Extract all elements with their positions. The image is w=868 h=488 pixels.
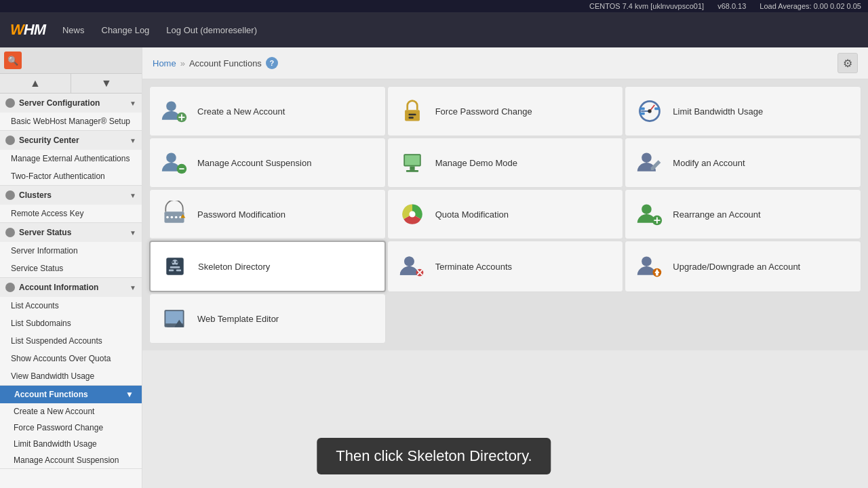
clusters-label: Clusters xyxy=(19,190,52,200)
server-config-icon xyxy=(5,98,15,108)
sidebar-item-list-suspended[interactable]: List Suspended Accounts xyxy=(0,332,142,350)
upgrade-icon xyxy=(635,251,665,281)
whm-logo: WHM xyxy=(10,21,45,39)
sidebar-item-server-info[interactable]: Server Information xyxy=(0,242,142,260)
tile-web-template-editor[interactable]: Web Template Editor xyxy=(149,293,386,344)
clusters-header[interactable]: Clusters ▼ xyxy=(0,186,142,205)
sidebar-item-list-accounts[interactable]: List Accounts xyxy=(0,297,142,314)
sidebar-sub-limit-bw[interactable]: Limit Bandwidth Usage xyxy=(0,436,142,452)
server-status-header[interactable]: Server Status ▼ xyxy=(0,223,142,242)
svg-point-24 xyxy=(175,216,178,219)
sidebar-item-two-factor[interactable]: Two-Factor Authentication xyxy=(0,167,142,185)
sidebar-item-bandwidth[interactable]: View Bandwidth Usage xyxy=(0,367,142,385)
nav-logout[interactable]: Log Out (demoreseller) xyxy=(166,25,257,35)
nav-news[interactable]: News xyxy=(62,25,85,35)
account-info-icon xyxy=(5,283,15,292)
sidebar-item-remote-access[interactable]: Remote Access Key xyxy=(0,205,142,222)
svg-point-19 xyxy=(642,152,652,163)
server-status-label: Server Status xyxy=(19,228,71,237)
account-info-header[interactable]: Account Information ▼ xyxy=(0,278,142,297)
svg-point-29 xyxy=(642,204,652,214)
main-layout: 🔍 ▲ ▼ Server Configuration ▼ Basic WebHo… xyxy=(0,47,868,488)
tile-manage-demo[interactable]: Manage Demo Mode xyxy=(387,138,624,188)
sidebar-item-basic-setup[interactable]: Basic WebHost Manager® Setup xyxy=(0,113,142,130)
tile-modify-account[interactable]: Modify an Account xyxy=(625,138,861,188)
svg-rect-11 xyxy=(655,108,660,110)
svg-rect-10 xyxy=(640,113,645,115)
svg-point-28 xyxy=(409,211,415,217)
tile-quota-modification[interactable]: Quota Modification xyxy=(387,189,624,239)
bandwidth-label: Limit Bandwidth Usage xyxy=(673,106,763,117)
sidebar-section-server-status: Server Status ▼ Server Information Servi… xyxy=(0,223,142,278)
tile-skeleton-directory[interactable]: Skeleton Directory xyxy=(149,241,386,292)
svg-point-12 xyxy=(166,152,176,163)
svg-rect-4 xyxy=(405,110,420,121)
svg-point-22 xyxy=(166,216,169,219)
scroll-up-button[interactable]: ▲ xyxy=(0,74,71,93)
nav-changelog[interactable]: Change Log xyxy=(102,25,150,35)
force-pw-icon xyxy=(397,96,427,126)
force-pw-label: Force Password Change xyxy=(435,106,532,117)
svg-point-46 xyxy=(642,256,652,266)
sidebar-item-over-quota[interactable]: Show Accounts Over Quota xyxy=(0,350,142,367)
demo-label: Manage Demo Mode xyxy=(435,158,517,168)
content-area: Home » Account Functions ? ⚙ Cre xyxy=(142,47,868,488)
tile-terminate-accounts[interactable]: Terminate Accounts xyxy=(387,241,624,292)
sidebar-sub-force-pw[interactable]: Force Password Change xyxy=(0,420,142,436)
svg-point-39 xyxy=(176,261,178,263)
security-center-label: Security Center xyxy=(19,136,79,145)
functions-grid: Create a New Account Force Password Chan… xyxy=(142,79,868,350)
top-bar: CENTOS 7.4 kvm [uklnvuvpsco01] v68.0.13 … xyxy=(0,0,868,12)
security-arrow: ▼ xyxy=(130,137,136,144)
help-icon[interactable]: ? xyxy=(266,57,278,69)
svg-rect-6 xyxy=(408,117,413,119)
tile-upgrade-downgrade[interactable]: Upgrade/Downgrade an Account xyxy=(625,241,861,292)
svg-point-23 xyxy=(171,216,174,219)
load-info: Load Averages: 0.00 0.02 0.05 xyxy=(760,2,861,10)
account-info-arrow: ▼ xyxy=(130,284,136,291)
rearrange-icon xyxy=(635,199,665,229)
breadcrumb-current: Account Functions xyxy=(189,58,262,68)
web-template-label: Web Template Editor xyxy=(197,314,279,324)
search-button[interactable]: 🔍 xyxy=(4,52,22,69)
account-info-label: Account Information xyxy=(19,283,98,292)
security-icon xyxy=(5,136,15,145)
sidebar-item-ext-auth[interactable]: Manage External Authentications xyxy=(0,150,142,167)
settings-icon[interactable]: ⚙ xyxy=(837,53,858,73)
svg-rect-17 xyxy=(410,166,414,169)
security-center-header[interactable]: Security Center ▼ xyxy=(0,131,142,150)
clusters-icon xyxy=(5,190,15,200)
tooltip-text: Then click Skeleton Directory. xyxy=(336,447,532,464)
sidebar-sub-create-account[interactable]: Create a New Account xyxy=(0,403,142,420)
account-functions-header[interactable]: Account Functions ▼ xyxy=(0,386,142,403)
suspension-label: Manage Account Suspension xyxy=(197,158,311,168)
sidebar-scroll-controls: ▲ ▼ xyxy=(0,74,142,94)
sidebar-sub-manage-suspension[interactable]: Manage Account Suspension xyxy=(0,452,142,468)
server-status-arrow: ▼ xyxy=(130,229,136,237)
sidebar-section-clusters: Clusters ▼ Remote Access Key xyxy=(0,186,142,223)
suspension-icon xyxy=(159,148,189,178)
scroll-down-button[interactable]: ▼ xyxy=(71,74,142,93)
tile-password-modification[interactable]: Password Modification xyxy=(149,189,386,239)
tile-rearrange-account[interactable]: Rearrange an Account xyxy=(625,189,861,239)
tile-force-password-change[interactable]: Force Password Change xyxy=(387,86,624,136)
account-functions-label: Account Functions xyxy=(14,390,88,399)
svg-point-42 xyxy=(404,256,414,266)
server-config-label: Server Configuration xyxy=(19,98,100,108)
header: WHM News Change Log Log Out (demoreselle… xyxy=(0,12,868,47)
tile-limit-bandwidth[interactable]: Limit Bandwidth Usage xyxy=(625,86,861,136)
modify-icon xyxy=(635,148,665,178)
terminate-label: Terminate Accounts xyxy=(435,262,512,272)
skeleton-icon xyxy=(160,251,190,281)
breadcrumb-home[interactable]: Home xyxy=(153,58,176,68)
server-config-header[interactable]: Server Configuration ▼ xyxy=(0,94,142,113)
sidebar-item-list-subdomains[interactable]: List Subdomains xyxy=(0,314,142,332)
demo-icon xyxy=(397,148,427,178)
svg-rect-40 xyxy=(173,264,176,266)
svg-rect-37 xyxy=(176,270,181,272)
sidebar-item-service-status[interactable]: Service Status xyxy=(0,260,142,277)
tile-manage-suspension[interactable]: Manage Account Suspension xyxy=(149,138,386,188)
pw-mod-icon xyxy=(159,199,189,229)
breadcrumb-separator: » xyxy=(180,58,185,68)
tile-create-new-account[interactable]: Create a New Account xyxy=(149,86,386,136)
